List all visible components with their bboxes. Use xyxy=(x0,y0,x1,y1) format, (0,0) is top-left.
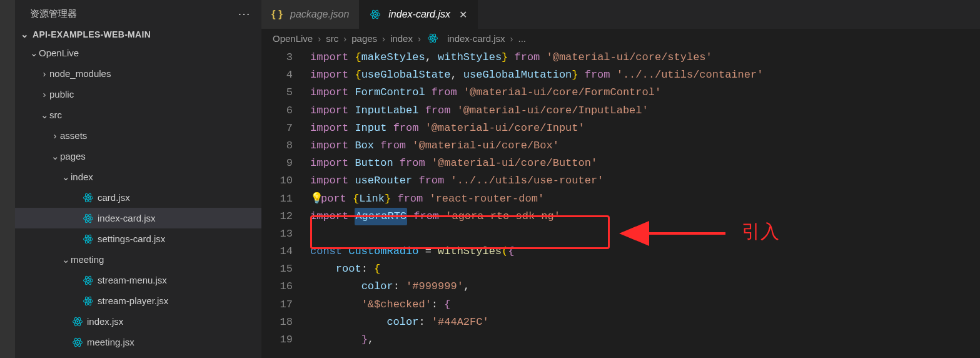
project-root[interactable]: API-EXAMPLES-WEB-MAIN xyxy=(15,28,261,43)
react-icon xyxy=(81,192,95,203)
chevron-right-icon xyxy=(39,68,49,79)
crumb[interactable]: ... xyxy=(518,33,527,44)
crumb[interactable]: OpenLive xyxy=(273,33,313,44)
tree-item-label: OpenLive xyxy=(39,48,79,58)
react-icon xyxy=(81,275,95,286)
folder-item[interactable]: meeting xyxy=(15,249,261,270)
sidebar: 资源管理器 ⋯ API-EXAMPLES-WEB-MAIN OpenLiveno… xyxy=(15,0,261,358)
react-icon xyxy=(71,316,84,327)
code-line[interactable]: import FormControl from '@material-ui/co… xyxy=(310,84,980,101)
tree-item-label: stream-player.jsx xyxy=(98,295,168,306)
file-item[interactable]: card.jsx xyxy=(15,187,261,208)
tree-item-label: meeting.jsx xyxy=(87,337,134,347)
chevron-right-icon xyxy=(50,130,60,141)
react-icon xyxy=(81,213,95,224)
code-line[interactable]: import {useGlobalState, useGlobalMutatio… xyxy=(310,66,980,84)
file-item[interactable]: stream-menu.jsx xyxy=(15,270,261,290)
code-line[interactable]: import Button from '@material-ui/core/Bu… xyxy=(310,155,980,172)
code-line[interactable]: const CustomRadio = withStyles({ xyxy=(310,243,980,260)
svg-point-7 xyxy=(88,217,89,219)
crumb-separator-icon: › xyxy=(382,33,385,44)
react-icon xyxy=(81,233,95,245)
react-icon xyxy=(426,33,440,44)
file-item[interactable]: stream-player.jsx xyxy=(15,290,261,311)
crumb[interactable]: pages xyxy=(351,33,377,44)
svg-point-19 xyxy=(88,300,89,302)
code-editor[interactable]: 345678910111213141516171819 import {make… xyxy=(261,48,980,349)
tree-item-label: index-card.jsx xyxy=(98,213,156,223)
chevron-down-icon xyxy=(20,29,30,40)
file-item[interactable]: meeting.jsx xyxy=(15,332,261,352)
svg-point-31 xyxy=(375,14,376,16)
crumb-separator-icon: › xyxy=(510,33,513,44)
file-item[interactable]: settings-card.jsx xyxy=(15,228,261,249)
tree-item-label: settings-card.jsx xyxy=(98,233,165,244)
file-tree: OpenLivenode_modulespublicsrcassetspages… xyxy=(15,43,261,352)
folder-item[interactable]: node_modules xyxy=(15,63,261,84)
chevron-right-icon xyxy=(39,89,49,100)
folder-item[interactable]: pages xyxy=(15,146,261,166)
editor-main: { }package.jsonindex-card.jsx✕ OpenLive›… xyxy=(261,0,980,358)
tree-item-label: index.jsx xyxy=(87,316,123,327)
file-item[interactable]: index.jsx xyxy=(15,311,261,332)
code-line[interactable]: import AgoraRTC from 'agora-rtc-sdk-ng' xyxy=(310,208,980,225)
crumb-separator-icon: › xyxy=(318,33,321,44)
code-line[interactable]: import InputLabel from '@material-ui/cor… xyxy=(310,102,980,120)
json-icon: { } xyxy=(271,8,283,21)
close-icon[interactable]: ✕ xyxy=(459,9,467,21)
folder-item[interactable]: index xyxy=(15,166,261,187)
folder-item[interactable]: OpenLive xyxy=(15,43,261,63)
code-line[interactable]: import Box from '@material-ui/core/Box' xyxy=(310,137,980,155)
code-line[interactable]: 💡port {Link} from 'react-router-dom' xyxy=(310,190,980,208)
crumb-separator-icon: › xyxy=(418,33,421,44)
file-item[interactable]: index-card.jsx xyxy=(15,208,261,228)
chevron-down-icon xyxy=(39,110,49,121)
tree-item-label: card.jsx xyxy=(98,192,130,203)
code-line[interactable]: root: { xyxy=(310,260,980,278)
code-area[interactable]: import {makeStyles, withStyles} from '@m… xyxy=(310,49,980,349)
tab-label: index-card.jsx xyxy=(388,9,450,20)
react-icon xyxy=(370,9,381,20)
activity-bar xyxy=(0,0,15,358)
tree-item-label: stream-menu.jsx xyxy=(98,275,167,285)
sidebar-header: 资源管理器 ⋯ xyxy=(15,0,261,28)
lightbulb-icon[interactable]: 💡 xyxy=(310,190,321,208)
tree-item-label: node_modules xyxy=(49,68,111,79)
code-line[interactable]: import Input from '@material-ui/core/Inp… xyxy=(310,120,980,137)
code-line[interactable] xyxy=(310,225,980,243)
tree-item-label: pages xyxy=(60,151,86,161)
crumb[interactable]: index-card.jsx xyxy=(447,33,505,44)
svg-point-3 xyxy=(88,197,89,198)
code-line[interactable]: import {makeStyles, withStyles} from '@m… xyxy=(310,49,980,66)
svg-point-15 xyxy=(88,279,89,281)
react-icon xyxy=(81,295,95,307)
code-line[interactable]: }, xyxy=(310,331,980,349)
annotation-label: 引入 xyxy=(742,219,779,245)
tree-item-label: assets xyxy=(60,130,87,141)
tree-item-label: index xyxy=(71,171,93,182)
svg-point-35 xyxy=(432,38,434,39)
breadcrumb[interactable]: OpenLive›src›pages›index›index-card.jsx›… xyxy=(261,29,980,48)
tab[interactable]: index-card.jsx✕ xyxy=(360,0,478,29)
crumb[interactable]: index xyxy=(390,33,413,44)
project-name: API-EXAMPLES-WEB-MAIN xyxy=(33,29,151,39)
code-line[interactable]: import useRouter from '../../utils/use-r… xyxy=(310,172,980,190)
folder-item[interactable]: src xyxy=(15,105,261,125)
sidebar-more-icon[interactable]: ⋯ xyxy=(238,6,251,21)
code-line[interactable]: '&$checked': { xyxy=(310,296,980,314)
code-line[interactable]: color: '#44A2FC' xyxy=(310,314,980,331)
code-line[interactable]: color: '#999999', xyxy=(310,278,980,295)
chevron-down-icon xyxy=(61,171,71,183)
svg-point-27 xyxy=(77,341,79,343)
chevron-down-icon xyxy=(29,48,39,59)
react-icon xyxy=(71,337,84,348)
folder-item[interactable]: public xyxy=(15,84,261,105)
tab-bar: { }package.jsonindex-card.jsx✕ xyxy=(261,0,980,29)
svg-point-11 xyxy=(88,238,89,240)
tab[interactable]: { }package.json xyxy=(261,0,360,29)
folder-item[interactable]: assets xyxy=(15,125,261,146)
sidebar-title: 资源管理器 xyxy=(30,8,77,20)
chevron-down-icon xyxy=(50,151,60,162)
tree-item-label: meeting xyxy=(71,254,104,265)
crumb[interactable]: src xyxy=(326,33,338,44)
